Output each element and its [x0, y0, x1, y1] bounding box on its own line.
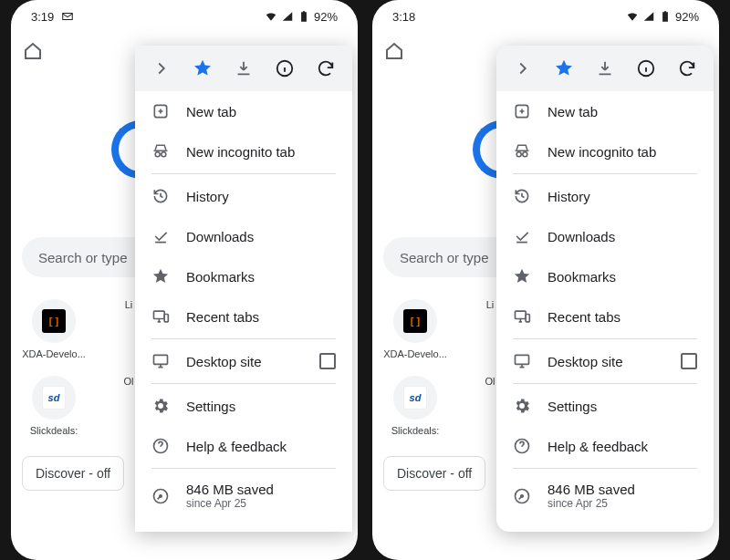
svg-rect-15 [526, 315, 529, 322]
gear-icon [513, 397, 531, 415]
menu-data-saver[interactable]: 846 MB saved since Apr 25 [496, 471, 714, 521]
xda-favicon: [ ] [42, 309, 66, 333]
menu-help[interactable]: Help & feedback [135, 426, 352, 466]
divider [151, 338, 336, 339]
shortcut-xda[interactable]: [ ] XDA-Develo... [383, 299, 447, 359]
svg-point-13 [523, 152, 527, 157]
incognito-icon [151, 142, 170, 161]
desktop-checkbox[interactable] [681, 353, 697, 369]
svg-point-2 [155, 152, 160, 157]
gauge-icon [513, 487, 531, 505]
menu-data-saver[interactable]: 846 MB saved since Apr 25 [135, 471, 352, 521]
shortcut-slickdeals[interactable]: sd Slickdeals: [383, 376, 447, 436]
download-button[interactable] [589, 52, 621, 85]
forward-button[interactable] [506, 52, 539, 85]
desktop-checkbox[interactable] [319, 353, 336, 369]
menu-new-tab[interactable]: New tab [496, 91, 714, 131]
discover-toggle[interactable]: Discover - off [22, 456, 124, 491]
discover-toggle[interactable]: Discover - off [383, 456, 485, 491]
info-button[interactable] [630, 52, 662, 85]
home-icon[interactable] [383, 40, 405, 62]
home-icon[interactable] [22, 40, 44, 62]
menu-incognito[interactable]: New incognito tab [135, 131, 352, 171]
svg-rect-4 [154, 311, 165, 318]
reload-button[interactable] [671, 52, 704, 85]
menu-recent-tabs[interactable]: Recent tabs [135, 296, 352, 337]
sd-favicon: sd [42, 386, 66, 410]
action-row [135, 46, 352, 91]
bookmark-star-button[interactable] [548, 52, 580, 85]
phone-right: 3:18 92% Search or type [ ] XDA-Develo..… [372, 0, 719, 560]
desktop-icon [513, 352, 531, 370]
menu-desktop-site[interactable]: Desktop site [135, 341, 352, 381]
star-icon [513, 267, 531, 285]
gear-icon [151, 397, 170, 415]
signal-icon [642, 10, 655, 23]
gauge-icon [151, 487, 170, 505]
menu-history[interactable]: History [496, 176, 714, 216]
menu-settings[interactable]: Settings [135, 386, 352, 426]
battery-icon [659, 10, 672, 23]
svg-point-3 [162, 152, 166, 157]
battery-percent: 92% [314, 10, 338, 24]
help-icon [513, 437, 531, 455]
clock: 3:19 [31, 10, 54, 24]
devices-icon [513, 307, 531, 326]
menu-downloads[interactable]: Downloads [135, 216, 352, 256]
divider [151, 173, 336, 174]
svg-rect-5 [164, 315, 168, 322]
history-icon [151, 187, 170, 205]
divider [513, 383, 697, 384]
menu-help[interactable]: Help & feedback [496, 426, 714, 466]
plus-square-icon [513, 102, 531, 120]
menu-bookmarks[interactable]: Bookmarks [135, 256, 352, 296]
menu-recent-tabs[interactable]: Recent tabs [496, 296, 714, 337]
history-icon [513, 187, 531, 205]
menu-new-tab[interactable]: New tab [135, 91, 352, 131]
phone-left: 3:19 92% Search or type [ ] XDA-Develo..… [11, 0, 358, 560]
menu-history[interactable]: History [135, 176, 352, 216]
shortcut-xda[interactable]: [ ] XDA-Develo... [22, 299, 86, 359]
download-button[interactable] [227, 52, 260, 85]
action-row [496, 46, 714, 91]
download-done-icon [513, 227, 531, 245]
menu-incognito[interactable]: New incognito tab [496, 131, 714, 171]
gmail-icon [61, 10, 74, 23]
clock: 3:18 [392, 10, 415, 24]
svg-point-19 [521, 494, 524, 497]
search-placeholder: Search or type [38, 250, 128, 265]
menu-bookmarks[interactable]: Bookmarks [496, 256, 714, 296]
overflow-menu-rounded: New tab New incognito tab History Downlo… [496, 46, 714, 532]
svg-rect-14 [516, 311, 527, 318]
devices-icon [151, 307, 170, 326]
info-button[interactable] [268, 52, 301, 85]
xda-favicon: [ ] [403, 309, 427, 333]
menu-desktop-site[interactable]: Desktop site [496, 341, 714, 381]
search-placeholder: Search or type [400, 250, 489, 265]
svg-point-12 [516, 152, 521, 157]
reload-button[interactable] [309, 52, 342, 85]
wifi-icon [626, 10, 639, 23]
divider [513, 338, 697, 339]
divider [151, 468, 336, 469]
desktop-icon [151, 352, 170, 370]
plus-square-icon [151, 102, 170, 120]
divider [513, 173, 697, 174]
status-bar: 3:19 92% [11, 0, 358, 27]
star-icon [151, 267, 170, 285]
divider [513, 468, 697, 469]
svg-point-9 [160, 494, 162, 497]
battery-percent: 92% [675, 10, 699, 24]
battery-icon [297, 10, 310, 23]
forward-button[interactable] [145, 52, 178, 85]
overflow-menu: New tab New incognito tab History Downlo… [135, 46, 352, 532]
divider [151, 383, 336, 384]
bookmark-star-button[interactable] [186, 52, 219, 85]
shortcut-slickdeals[interactable]: sd Slickdeals: [22, 376, 86, 436]
signal-icon [281, 10, 294, 23]
svg-rect-6 [154, 355, 168, 364]
help-icon [151, 437, 170, 455]
wifi-icon [265, 10, 277, 23]
menu-settings[interactable]: Settings [496, 386, 714, 426]
menu-downloads[interactable]: Downloads [496, 216, 714, 256]
